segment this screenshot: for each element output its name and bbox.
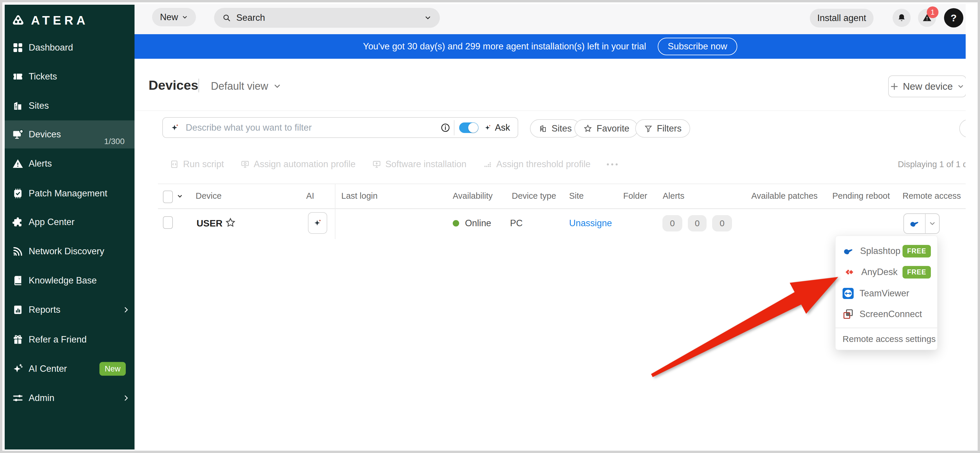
sidebar-item-label: Admin <box>29 393 54 403</box>
sites-label: Sites <box>552 124 572 134</box>
brand-wordmark: ATERA <box>31 13 89 27</box>
building-icon <box>539 124 547 133</box>
assign-threshold-action[interactable]: Assign threshold profile <box>483 159 590 169</box>
favorite-star-icon[interactable] <box>224 217 236 228</box>
more-actions-icon[interactable] <box>607 163 618 165</box>
page-title: Devices <box>149 78 198 93</box>
device-count: 1/300 <box>104 137 124 146</box>
run-script-label: Run script <box>183 159 224 169</box>
sidebar-item-ai-center[interactable]: AI Center New <box>5 355 135 383</box>
col-header-remote-access[interactable]: Remote access <box>902 191 961 201</box>
col-header-pending-reboot[interactable]: Pending reboot <box>832 191 890 201</box>
remote-access-split-button <box>904 213 940 234</box>
alerts-bell-button[interactable]: 1 <box>918 9 936 27</box>
splashtop-connect-button[interactable] <box>904 214 925 233</box>
sidebar-item-sites[interactable]: Sites <box>5 92 135 120</box>
assign-automation-action[interactable]: Assign automation profile <box>240 159 356 169</box>
help-button[interactable]: ? <box>944 8 963 27</box>
row-ai-button[interactable] <box>308 212 327 234</box>
alert-count-badge: 0 <box>688 215 706 231</box>
menu-item-splashtop[interactable]: Splashtop FREE <box>835 241 937 261</box>
sidebar-item-app-center[interactable]: App Center <box>5 208 135 236</box>
notifications-bell-button[interactable] <box>892 9 911 27</box>
sidebar-item-label: Alerts <box>29 158 52 169</box>
sidebar-item-patch-management[interactable]: Patch Management <box>5 179 135 207</box>
global-search[interactable]: Search <box>214 8 440 28</box>
site-unassigned-link[interactable]: Unassigne <box>569 218 612 228</box>
install-agent-label: Install agent <box>817 13 866 24</box>
building-icon <box>12 100 24 112</box>
select-all-checkbox[interactable] <box>163 190 173 203</box>
reports-icon <box>12 304 24 316</box>
menu-item-screenconnect[interactable]: ScreenConnect <box>835 304 937 325</box>
view-selector[interactable]: Default view <box>211 80 282 92</box>
subscribe-now-button[interactable]: Subscribe now <box>658 38 737 55</box>
sites-filter-button[interactable]: Sites <box>530 119 581 138</box>
sidebar-item-devices[interactable]: Devices 1/300 <box>5 120 135 149</box>
col-header-site[interactable]: Site <box>569 191 584 201</box>
ask-ai-toggle[interactable] <box>459 122 479 133</box>
col-header-device[interactable]: Device <box>196 191 222 201</box>
online-status-dot <box>453 220 459 226</box>
patch-icon <box>12 188 24 199</box>
col-header-last-login[interactable]: Last login <box>341 191 377 201</box>
funnel-icon <box>644 124 653 133</box>
automation-profile-icon <box>240 160 250 169</box>
chevron-down-icon[interactable] <box>424 14 432 22</box>
info-icon[interactable] <box>441 123 450 133</box>
chevron-right-icon <box>122 306 130 314</box>
col-header-availability[interactable]: Availability <box>453 191 493 201</box>
sidebar-item-refer-a-friend[interactable]: Refer a Friend <box>5 326 135 354</box>
favorite-filter-button[interactable]: Favorite <box>574 119 638 138</box>
search-icon <box>222 13 231 22</box>
scrollbar-gutter[interactable] <box>966 2 978 451</box>
sidebar-item-label: Refer a Friend <box>29 334 87 345</box>
sidebar-item-admin[interactable]: Admin <box>5 384 135 412</box>
device-type-value: PC <box>510 218 523 228</box>
alert-count-badge: 0 <box>662 215 682 231</box>
filters-label: Filters <box>657 124 681 134</box>
run-script-action[interactable]: Run script <box>170 159 224 169</box>
sidebar-item-reports[interactable]: Reports <box>5 296 135 324</box>
remote-access-dropdown-toggle[interactable] <box>926 214 939 233</box>
software-installation-action[interactable]: Software installation <box>372 159 466 169</box>
question-mark-icon: ? <box>951 12 957 24</box>
device-name-link[interactable]: USER <box>197 218 223 229</box>
dashboard-icon <box>12 42 24 54</box>
sidebar-item-label: Devices <box>29 129 61 140</box>
chevron-right-icon <box>122 394 130 402</box>
sidebar-item-dashboard[interactable]: Dashboard <box>5 33 135 62</box>
menu-item-anydesk[interactable]: AnyDesk FREE <box>835 261 937 283</box>
assign-automation-label: Assign automation profile <box>254 159 356 169</box>
col-header-alerts[interactable]: Alerts <box>663 191 684 201</box>
free-badge: FREE <box>902 245 931 258</box>
sidebar-item-tickets[interactable]: Tickets <box>5 63 135 90</box>
topbar: New Search Install agent 1 ? <box>135 4 966 34</box>
new-dropdown-button[interactable]: New <box>152 8 196 26</box>
new-device-button[interactable]: New device <box>888 75 966 97</box>
col-header-folder[interactable]: Folder <box>623 191 647 201</box>
alert-count-badge: 0 <box>712 215 732 231</box>
menu-item-teamviewer[interactable]: TeamViewer <box>835 283 937 304</box>
script-icon <box>170 160 179 169</box>
filter-input[interactable] <box>185 122 437 133</box>
ai-sparkle-icon <box>313 218 323 228</box>
sidebar-item-knowledge-base[interactable]: Knowledge Base <box>5 266 135 295</box>
anydesk-icon <box>843 267 856 277</box>
ticket-icon <box>12 71 24 82</box>
filters-button[interactable]: Filters <box>635 119 690 138</box>
install-agent-button[interactable]: Install agent <box>810 9 873 27</box>
row-checkbox[interactable] <box>163 216 173 229</box>
sidebar-item-network-discovery[interactable]: Network Discovery <box>5 237 135 265</box>
col-header-available-patches[interactable]: Available patches <box>751 191 818 201</box>
sidebar-item-label: Sites <box>29 101 49 111</box>
brand-logo[interactable]: ATERA <box>12 13 89 27</box>
free-badge: FREE <box>902 266 931 279</box>
threshold-profile-icon <box>483 160 492 169</box>
remote-access-settings-link[interactable]: Remote access settings <box>843 334 935 344</box>
col-header-ai[interactable]: AI <box>306 191 314 201</box>
col-header-device-type[interactable]: Device type <box>512 191 556 201</box>
select-dropdown-chevron-icon[interactable] <box>176 192 184 200</box>
sidebar-item-alerts[interactable]: Alerts <box>5 150 135 178</box>
star-icon <box>583 124 592 133</box>
